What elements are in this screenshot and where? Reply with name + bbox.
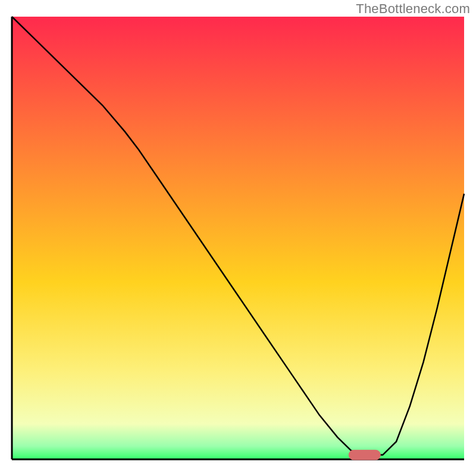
bottleneck-chart [0,0,476,476]
optimal-marker [349,450,380,459]
